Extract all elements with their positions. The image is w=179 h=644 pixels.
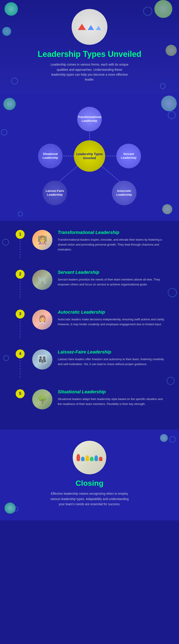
item-number-badge-4: 4 <box>16 350 24 358</box>
item-title-4: Laissez-Faire Leadership <box>58 350 166 354</box>
item-title-2: Servant Leadership <box>58 270 166 275</box>
leadership-item-5: 5 🌳 Situational Leadership Situational l… <box>14 389 166 410</box>
decoration-blob-mm-tr <box>161 96 177 111</box>
decoration-ring-mm-bl <box>18 212 23 216</box>
mindmap-node-situational: Situational Leadership <box>38 144 63 168</box>
item-line-2 <box>20 280 20 298</box>
closing-section: Closing Effective leadership means recog… <box>0 430 179 520</box>
item-content-1: Transformational Leadership Transformati… <box>58 230 166 252</box>
closing-image <box>73 441 106 474</box>
item-description-1: Transformational leaders inspire, innova… <box>58 237 166 252</box>
leadership-item-2: 2 🏢 Servant Leadership Servant leaders p… <box>14 270 166 298</box>
item-line-3 <box>20 320 20 338</box>
decoration-blob-tl <box>4 2 18 16</box>
item-title-1: Transformational Leadership <box>58 230 166 235</box>
mindmap-node-laissez: Laissez-Faire Leadership <box>42 181 67 205</box>
leadership-item-3: 3 👩‍💼 Autocratic Leadership Autocratic l… <box>14 310 166 338</box>
item-title-5: Situational Leadership <box>58 389 166 394</box>
item-number-col-3: 3 <box>14 310 27 338</box>
mindmap-node-servant: Servant Leadership <box>116 144 141 168</box>
red-boat-icon <box>78 24 86 30</box>
decoration-ring-mm-r <box>168 111 176 119</box>
item-content-5: Situational Leadership Situational leade… <box>58 389 166 406</box>
closing-title: Closing <box>18 479 161 488</box>
person-icon-3: 👩‍💼 <box>37 315 48 324</box>
decoration-ring-bl <box>11 78 18 84</box>
leadership-item-1: 1 👩‍🏫 Transformational Leadership Transf… <box>14 230 166 258</box>
mindmap-node-autocratic: Autocratic Leadership <box>112 181 136 205</box>
item-description-5: Situational leaders adapt their leadersh… <box>58 397 166 406</box>
person-icon-4: 👨‍👩‍👧 <box>37 355 48 364</box>
item-image-1: 👩‍🏫 <box>32 230 52 250</box>
items-section: 1 👩‍🏫 Transformational Leadership Transf… <box>0 221 179 430</box>
chess-piece-green <box>90 457 94 461</box>
item-content-4: Laissez-Faire Leadership Laissez-faire l… <box>58 350 166 367</box>
item-number-badge-5: 5 <box>16 389 24 398</box>
decoration-ring-close-bl <box>14 506 18 512</box>
item-title-3: Autocratic Leadership <box>58 310 166 315</box>
person-icon-2: 🏢 <box>37 275 48 284</box>
item-line-1 <box>20 241 20 258</box>
mindmap-section: .dashed { stroke: #7777ff; stroke-width:… <box>0 93 179 221</box>
hero-image <box>72 9 108 45</box>
item-number-col-1: 1 <box>14 230 27 258</box>
decoration-blob-close-tl <box>4 502 16 514</box>
hero-description: Leadership comes in various forms, each … <box>49 62 130 82</box>
decoration-blob-mr <box>166 45 177 56</box>
blue-boat-icon-1 <box>88 25 94 30</box>
chess-piece-blue-1 <box>81 457 84 461</box>
mindmap-node-center: Leadership Types Unveiled <box>74 140 105 172</box>
leadership-item-4: 4 👨‍👩‍👧 Laissez-Faire Leadership Laissez… <box>14 350 166 378</box>
boats-illustration <box>78 24 101 30</box>
item-description-3: Autocratic leaders make decisions indepe… <box>58 317 166 327</box>
decoration-blob-mm-tl <box>3 98 16 110</box>
decoration-ring-items-r1 <box>168 288 177 297</box>
decoration-ring-items-r2 <box>167 377 174 385</box>
chess-piece-red <box>76 454 80 461</box>
chess-piece-yellow <box>86 455 89 461</box>
blue-boat-icon-2 <box>96 26 101 30</box>
item-content-2: Servant Leadership Servant leaders prior… <box>58 270 166 287</box>
decoration-blob-mm-br <box>162 204 172 214</box>
decoration-ring-br <box>160 83 166 89</box>
person-icon-1: 👩‍🏫 <box>37 235 48 245</box>
decoration-ring-items-l1 <box>2 239 9 246</box>
decoration-blob-tr <box>154 0 172 18</box>
item-number-col-2: 2 <box>14 270 27 298</box>
item-number-badge-3: 3 <box>16 310 24 318</box>
decoration-blob-close-tr <box>160 434 168 442</box>
decoration-ring-close-tr <box>170 436 176 442</box>
item-image-4: 👨‍👩‍👧 <box>32 350 52 370</box>
item-number-badge-2: 2 <box>16 270 24 279</box>
item-line-4 <box>20 360 20 378</box>
item-description-2: Servant leaders prioritize the needs of … <box>58 277 166 287</box>
chess-piece-blue-2 <box>94 455 98 461</box>
decoration-blob-ml <box>2 27 11 36</box>
mindmap-container: .dashed { stroke: #7777ff; stroke-width:… <box>34 104 146 208</box>
mindmap-node-transformational: Transformational Leadership <box>77 107 102 132</box>
item-description-4: Laissez-faire leaders offer freedom and … <box>58 357 166 367</box>
item-number-badge-1: 1 <box>16 230 24 239</box>
item-content-3: Autocratic Leadership Autocratic leaders… <box>58 310 166 327</box>
item-image-2: 🏢 <box>32 270 52 290</box>
item-number-col-4: 4 <box>14 350 27 378</box>
decoration-ring-tr <box>143 7 152 16</box>
item-image-3: 👩‍💼 <box>32 310 52 330</box>
hero-title: Leadership Types Unveiled <box>38 49 141 59</box>
decoration-ring-mm-l <box>1 129 8 136</box>
closing-description: Effective leadership means recognizing w… <box>49 491 130 507</box>
hero-section: Leadership Types Unveiled Leadership com… <box>0 0 179 93</box>
chess-piece-red-2 <box>99 457 102 461</box>
person-icon-5: 🌳 <box>37 395 48 404</box>
item-image-5: 🌳 <box>32 389 52 410</box>
decoration-ring-items-l2 <box>3 355 9 361</box>
item-number-col-5: 5 <box>14 389 27 398</box>
chess-pieces-illustration <box>76 454 102 461</box>
